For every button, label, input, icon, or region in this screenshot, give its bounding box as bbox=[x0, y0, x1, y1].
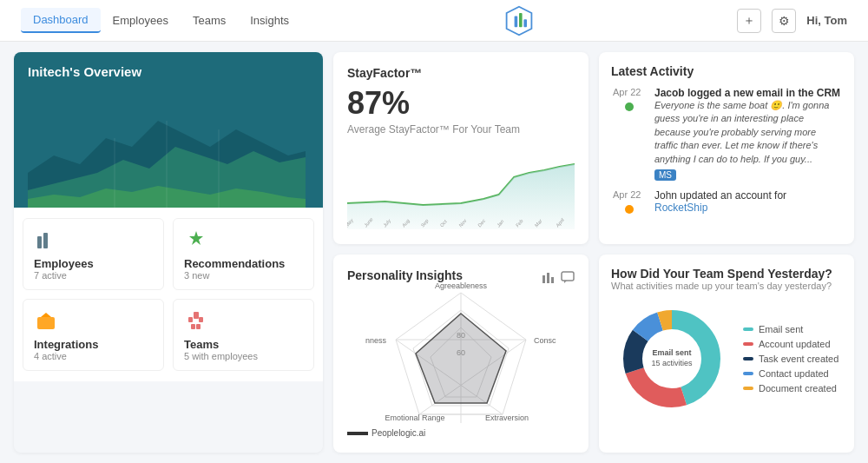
svg-rect-18 bbox=[191, 324, 195, 329]
svg-rect-15 bbox=[194, 312, 199, 319]
svg-rect-11 bbox=[43, 233, 48, 248]
stayfactor-label: Average StayFactor™ For Your Team bbox=[347, 123, 575, 136]
activity-title: Latest Activity bbox=[611, 64, 842, 78]
svg-text:Conscientiousness: Conscientiousness bbox=[534, 336, 556, 345]
personality-radar-chart: Agreeableness Conscientiousness Extraver… bbox=[347, 286, 575, 425]
header-right: ＋ ⚙ Hi, Tom bbox=[737, 9, 847, 33]
settings-button[interactable]: ⚙ bbox=[772, 9, 796, 33]
integrations-icon bbox=[34, 308, 153, 333]
personality-card: Personality Insights bbox=[333, 255, 589, 453]
stayfactor-chart: May June July Aug Sep Oct Nov Dec Jan Fe… bbox=[347, 142, 575, 229]
legend-contact-updated: Contact updated bbox=[743, 368, 838, 379]
activity-text-2: John updated an account for RocketShip bbox=[654, 189, 842, 214]
svg-marker-14 bbox=[41, 313, 51, 317]
nav-insights[interactable]: Insights bbox=[238, 9, 301, 32]
stayfactor-percentage: 87% bbox=[347, 85, 575, 122]
teams-icon bbox=[184, 308, 303, 333]
legend-document-created: Document created bbox=[743, 383, 838, 394]
username: Tom bbox=[825, 14, 847, 27]
comment-icon[interactable] bbox=[561, 270, 575, 284]
overview-stats: Employees 7 active Recommendations 3 new bbox=[14, 208, 323, 381]
activity-item-1: Apr 22 Jacob logged a new email in the C… bbox=[611, 87, 842, 181]
svg-text:Openness: Openness bbox=[365, 336, 386, 345]
activity-item-2: Apr 22 John updated an account for Rocke… bbox=[611, 189, 842, 214]
activity-date-1: Apr 22 bbox=[613, 87, 646, 97]
spend-subtitle: What activities made up your team's day … bbox=[611, 281, 842, 291]
nav-dashboard[interactable]: Dashboard bbox=[21, 8, 101, 33]
legend-account-updated: Account updated bbox=[743, 339, 838, 349]
teams-label: Teams bbox=[184, 338, 303, 351]
svg-text:80: 80 bbox=[457, 331, 465, 340]
activity-quote-1: Everyone is the same boat 🙂. I'm gonna g… bbox=[654, 99, 842, 166]
svg-rect-13 bbox=[37, 317, 55, 329]
employees-sub: 7 active bbox=[34, 270, 153, 281]
legend-color-document bbox=[743, 387, 753, 390]
recommendations-icon bbox=[184, 228, 303, 252]
employees-icon bbox=[34, 228, 153, 252]
employees-label: Employees bbox=[34, 257, 153, 270]
legend-email-sent: Email sent bbox=[743, 324, 838, 334]
donut-chart: Email sent 15 activities bbox=[611, 298, 733, 420]
svg-marker-12 bbox=[189, 231, 203, 245]
svg-rect-1 bbox=[515, 16, 518, 27]
activity-card: Latest Activity Apr 22 Jacob logged a ne… bbox=[599, 52, 854, 244]
stayfactor-title: StayFactor™ bbox=[347, 66, 575, 80]
teams-sub: 5 with employees bbox=[184, 351, 303, 361]
overview-panel: Initech's Overview bbox=[14, 52, 323, 453]
recommendations-label: Recommendations bbox=[184, 257, 303, 270]
legend-color-task bbox=[743, 357, 753, 360]
svg-rect-16 bbox=[188, 317, 193, 322]
svg-text:Agreeableness: Agreeableness bbox=[435, 281, 488, 290]
svg-rect-19 bbox=[196, 324, 201, 329]
stat-recommendations[interactable]: Recommendations 3 new bbox=[173, 218, 314, 290]
overview-chart bbox=[28, 86, 309, 208]
svg-marker-36 bbox=[564, 281, 567, 283]
svg-text:Emotional Range: Emotional Range bbox=[385, 413, 444, 422]
spend-content: Email sent 15 activities Email sent Acco… bbox=[611, 298, 842, 420]
legend-task-created: Task event created bbox=[743, 354, 838, 364]
svg-marker-45 bbox=[416, 314, 506, 403]
spend-legend: Email sent Account updated Task event cr… bbox=[743, 324, 838, 394]
svg-text:Email sent: Email sent bbox=[652, 348, 691, 357]
legend-color-contact bbox=[743, 372, 753, 375]
legend-color-account bbox=[743, 342, 753, 346]
svg-rect-3 bbox=[524, 19, 528, 27]
legend-color-email bbox=[743, 327, 753, 331]
svg-rect-17 bbox=[199, 317, 203, 322]
stayfactor-card: StayFactor™ 87% Average StayFactor™ For … bbox=[333, 52, 589, 244]
header: Dashboard Employees Teams Insights ＋ ⚙ H… bbox=[0, 0, 868, 42]
spend-card: How Did Your Team Spend Yesterday? What … bbox=[599, 255, 854, 453]
nav-teams[interactable]: Teams bbox=[181, 9, 238, 32]
integrations-label: Integrations bbox=[34, 338, 153, 351]
activity-dot-1 bbox=[625, 103, 634, 111]
main-nav: Dashboard Employees Teams Insights bbox=[21, 8, 301, 33]
stat-employees[interactable]: Employees 7 active bbox=[23, 218, 164, 290]
logo bbox=[503, 5, 535, 36]
overview-header: Initech's Overview bbox=[14, 52, 323, 208]
recommendations-sub: 3 new bbox=[184, 270, 303, 281]
activity-date-2: Apr 22 bbox=[613, 189, 646, 200]
svg-text:Extraversion: Extraversion bbox=[485, 413, 529, 422]
svg-rect-10 bbox=[37, 236, 42, 248]
stat-teams[interactable]: Teams 5 with employees bbox=[173, 299, 314, 371]
add-button[interactable]: ＋ bbox=[737, 9, 761, 33]
main-content: Initech's Overview bbox=[0, 42, 868, 463]
stat-integrations[interactable]: Integrations 4 active bbox=[23, 299, 164, 371]
svg-text:15 activities: 15 activities bbox=[651, 359, 693, 367]
activity-link-1[interactable]: RocketShip bbox=[654, 202, 707, 214]
integrations-sub: 4 active bbox=[34, 351, 153, 361]
overview-title: Initech's Overview bbox=[28, 64, 309, 79]
spend-title: How Did Your Team Spend Yesterday? bbox=[611, 267, 842, 281]
svg-rect-35 bbox=[562, 272, 574, 281]
nav-employees[interactable]: Employees bbox=[101, 9, 181, 32]
user-greeting: Hi, Tom bbox=[806, 14, 847, 27]
activity-text-1: Jacob logged a new email in the CRM bbox=[654, 87, 842, 99]
svg-text:60: 60 bbox=[457, 348, 465, 357]
activity-badge-1: MS bbox=[654, 169, 676, 181]
svg-rect-2 bbox=[519, 13, 523, 27]
activity-dot-2 bbox=[625, 205, 634, 214]
